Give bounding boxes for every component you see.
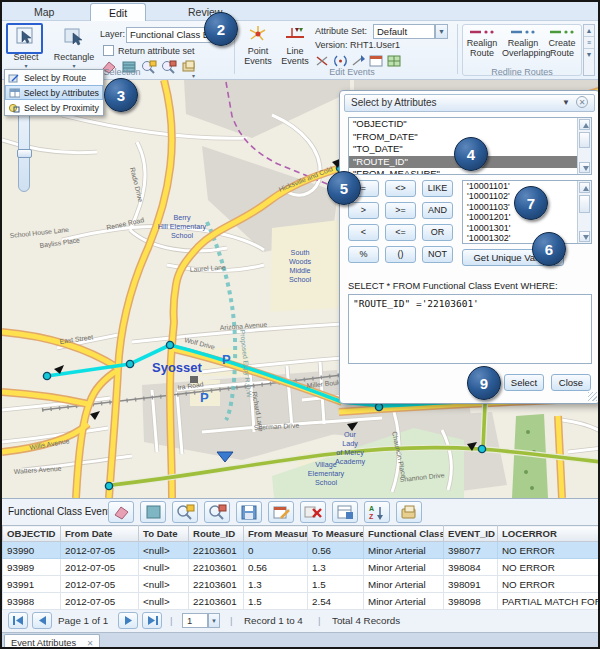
attribute-set-combobox[interactable]: Default — [373, 24, 435, 39]
svg-text:Syosset: Syosset — [152, 360, 203, 375]
col-to-measure[interactable]: To Measure — [308, 526, 364, 542]
field-item[interactable]: "OBJECTID" — [349, 118, 591, 131]
dialog-resize-grip[interactable] — [588, 392, 597, 401]
save-edits-button[interactable] — [236, 501, 262, 523]
col-event-id[interactable]: EVENT_ID — [444, 526, 498, 542]
value-item[interactable]: '10001301' — [463, 223, 591, 233]
op-not-button[interactable]: NOT — [422, 246, 453, 263]
col-route-id[interactable]: Route_ID — [189, 526, 244, 542]
tab-edit[interactable]: Edit — [90, 3, 146, 21]
realign-route-button[interactable]: Realign Route — [463, 28, 501, 58]
menu-item-select-by-proximity[interactable]: Select by Proximity — [5, 100, 103, 115]
ribbon-scroll-down-icon[interactable]: ▼ — [584, 49, 594, 61]
page-select-arrow[interactable]: ▼ — [208, 613, 220, 628]
map-zoom-handle[interactable] — [17, 149, 32, 158]
clear-selection-button[interactable] — [108, 501, 134, 523]
dialog-select-button[interactable]: Select — [504, 374, 544, 391]
dialog-menu-arrow-icon[interactable]: ▼ — [562, 95, 570, 111]
create-route-button[interactable]: Create Route — [545, 28, 579, 58]
line-events-button[interactable]: Line Events — [278, 24, 312, 66]
next-page-button[interactable] — [118, 612, 138, 629]
svg-text:Village: Village — [315, 460, 336, 469]
svg-text:School: School — [315, 478, 337, 487]
select-dropdown-arrow[interactable]: ▾ — [8, 62, 44, 69]
col-functional-class[interactable]: Functional Class — [364, 526, 444, 542]
scroll-up-icon[interactable] — [579, 119, 590, 130]
op-or-button[interactable]: OR — [422, 224, 453, 241]
annotation-step-3: 3 — [104, 78, 138, 112]
attribute-set-combo-arrow[interactable]: ▼ — [435, 24, 448, 39]
op-lessequal-button[interactable]: <= — [385, 224, 416, 241]
menu-item-select-by-attributes[interactable]: Select by Attributes — [5, 85, 103, 100]
col-from-measure[interactable]: From Measure — [244, 526, 308, 542]
select-by-proximity-icon — [8, 103, 20, 113]
tab-close-icon[interactable]: ✕ — [87, 639, 94, 648]
return-attribute-set-checkbox[interactable] — [103, 45, 114, 56]
op-greater-button[interactable]: > — [348, 202, 379, 219]
selection-more-arrow[interactable]: ▾ — [192, 72, 195, 79]
map-zoom-slider[interactable] — [18, 110, 30, 192]
table-options-button[interactable] — [332, 501, 358, 523]
menu-item-select-by-route[interactable]: Select by Route — [5, 70, 103, 85]
pan-to-selected-button[interactable] — [204, 501, 230, 523]
op-parens-button[interactable]: () — [385, 246, 416, 263]
tab-map[interactable]: Map — [16, 3, 72, 21]
col-objectid[interactable]: OBJECTID — [3, 526, 61, 542]
dialog-close-icon[interactable]: ✕ — [576, 96, 588, 108]
layer-combobox[interactable]: Functional Class Event — [126, 27, 215, 43]
col-locerror[interactable]: LOCERROR — [498, 526, 600, 542]
sort-button[interactable]: AZ — [364, 501, 390, 523]
realign-overlapping-button[interactable]: Realign Overlapping — [502, 28, 544, 58]
scroll-thumb[interactable] — [579, 132, 590, 148]
table-title: Functional Class Event — [8, 506, 110, 517]
point-events-button[interactable]: Point Events — [240, 24, 276, 66]
op-notequal-button[interactable]: <> — [385, 180, 416, 197]
show-card-button[interactable] — [396, 501, 422, 523]
zoom-to-selected-button[interactable] — [172, 501, 198, 523]
scroll-down-icon[interactable] — [579, 162, 590, 173]
page-number-select[interactable]: 1 — [182, 613, 208, 628]
edit-event-button[interactable] — [268, 501, 294, 523]
svg-text:School House Lane: School House Lane — [9, 226, 69, 239]
bottom-tab-bar: Event Attributes ✕ — [2, 632, 600, 649]
table-row-selected[interactable]: 939902012-07-05 <null>22103601 00.56 Min… — [3, 542, 600, 559]
prev-page-button[interactable] — [32, 612, 52, 629]
scroll-down-icon[interactable] — [579, 231, 590, 242]
value-item[interactable]: '10001302' — [463, 233, 591, 243]
switch-panel-button[interactable] — [140, 501, 166, 523]
where-clause-textarea[interactable]: "ROUTE_ID" ='22103601' — [348, 294, 592, 364]
table-row[interactable]: 939912012-07-05 <null>22103601 1.31.5 Mi… — [3, 576, 600, 593]
last-page-button[interactable] — [142, 612, 162, 629]
dialog-titlebar[interactable]: Select by Attributes ▼ ✕ — [344, 94, 595, 112]
select-dropdown-menu: Select by Route Select by Attributes Sel… — [4, 69, 104, 116]
scroll-thumb[interactable] — [579, 195, 590, 213]
col-to-date[interactable]: To Date — [139, 526, 189, 542]
delete-event-button[interactable] — [300, 501, 326, 523]
dialog-close-button[interactable]: Close — [551, 374, 591, 391]
field-list-scrollbar[interactable] — [577, 118, 591, 174]
ribbon-scroll-thumb[interactable]: ≡ — [584, 37, 594, 49]
table-row[interactable]: 939892012-07-05 <null>22103601 0.561.3 M… — [3, 559, 600, 576]
ribbon-scroll-up-icon[interactable]: ▲ — [584, 25, 594, 37]
svg-text:South: South — [291, 248, 310, 257]
rectangle-tool-button[interactable]: Rectangle ▾ — [52, 24, 96, 69]
op-percent-button[interactable]: % — [348, 246, 379, 263]
svg-text:Bayliss Place: Bayliss Place — [39, 236, 80, 250]
col-from-date[interactable]: From Date — [61, 526, 139, 542]
table-row[interactable]: 939882012-07-05 <null>22103601 1.52.54 M… — [3, 593, 600, 610]
op-less-button[interactable]: < — [348, 224, 379, 241]
values-scrollbar[interactable] — [577, 181, 591, 243]
svg-text:P: P — [200, 390, 209, 405]
ribbon-scrollbar[interactable]: ▲ ≡ ▼ — [583, 24, 595, 76]
svg-text:Lady: Lady — [342, 439, 358, 448]
selection-options-icon[interactable] — [180, 59, 198, 75]
event-attributes-tab[interactable]: Event Attributes ✕ — [4, 634, 100, 649]
op-like-button[interactable]: LIKE — [422, 180, 453, 197]
point-events-icon — [247, 24, 269, 44]
first-page-button[interactable] — [8, 612, 28, 629]
annotation-step-7: 7 — [514, 186, 548, 220]
scroll-up-icon[interactable] — [579, 182, 590, 193]
op-greaterequal-button[interactable]: >= — [385, 202, 416, 219]
svg-text:School: School — [289, 275, 311, 284]
op-and-button[interactable]: AND — [422, 202, 453, 219]
